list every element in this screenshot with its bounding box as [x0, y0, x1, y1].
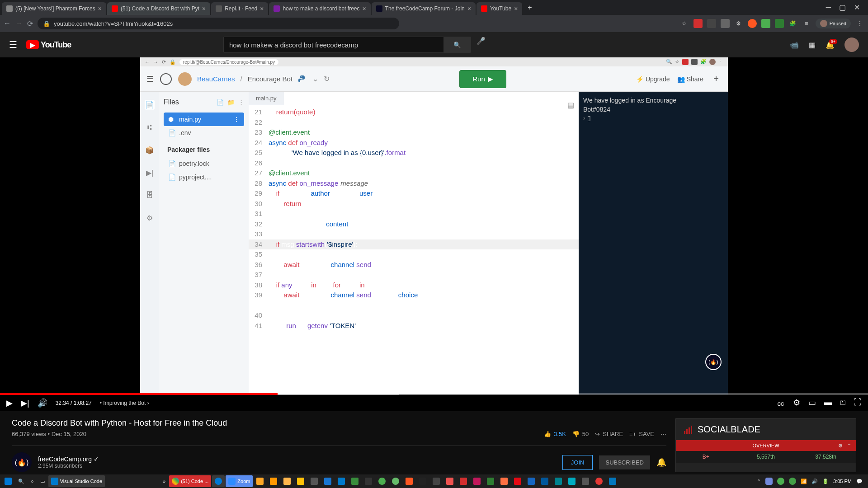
- tray-battery-icon[interactable]: 🔋: [822, 479, 829, 484]
- taskbar-app[interactable]: [416, 475, 429, 487]
- taskbar-app[interactable]: [471, 475, 483, 487]
- taskbar-app[interactable]: [294, 475, 307, 487]
- browser-tab-1[interactable]: (51) Code a Discord Bot with Pyt×: [107, 2, 210, 15]
- gear-icon[interactable]: ⚙: [838, 443, 843, 449]
- taskbar-app[interactable]: [498, 475, 510, 487]
- back-icon[interactable]: ←: [4, 19, 11, 28]
- next-icon[interactable]: ▶|: [21, 398, 29, 408]
- taskbar-app[interactable]: [484, 475, 497, 487]
- browser-tab-2[interactable]: Repl.it - Feed×: [211, 2, 268, 15]
- reading-list-icon[interactable]: ≡: [802, 19, 811, 28]
- extension-icon[interactable]: [775, 19, 784, 28]
- chevron-up-icon[interactable]: ⌃: [847, 443, 851, 449]
- like-button[interactable]: 👍 3.5K: [544, 431, 566, 437]
- extension-icon[interactable]: [761, 19, 770, 28]
- join-button[interactable]: JOIN: [562, 455, 593, 470]
- close-icon[interactable]: ×: [467, 5, 471, 12]
- hamburger-icon[interactable]: ☰: [9, 39, 17, 50]
- more-icon[interactable]: ⋯: [660, 431, 666, 437]
- tray-icon[interactable]: [777, 478, 784, 485]
- taskbar-app[interactable]: [308, 475, 321, 487]
- search-icon[interactable]: 🔍: [15, 475, 27, 487]
- close-icon[interactable]: ×: [514, 5, 518, 12]
- close-icon[interactable]: ×: [260, 5, 264, 12]
- theater-icon[interactable]: ▬: [824, 398, 832, 408]
- volume-icon[interactable]: 🔊: [38, 398, 47, 408]
- taskbar-app[interactable]: [254, 475, 266, 487]
- close-icon[interactable]: ×: [202, 5, 206, 12]
- close-window-icon[interactable]: ✕: [854, 3, 860, 12]
- more-icon[interactable]: »: [160, 475, 168, 487]
- maximize-icon[interactable]: ▢: [839, 3, 846, 12]
- share-button[interactable]: ↪ SHARE: [595, 431, 623, 437]
- settings-icon[interactable]: ⚙: [793, 398, 800, 408]
- save-button[interactable]: ≡+ SAVE: [629, 431, 654, 437]
- gear-icon[interactable]: ⚙: [734, 19, 743, 28]
- close-icon[interactable]: ×: [98, 5, 102, 12]
- fullscreen-icon[interactable]: ⛶: [854, 398, 862, 408]
- new-tab-button[interactable]: +: [523, 4, 536, 12]
- taskbar-app[interactable]: [376, 475, 388, 487]
- cortana-icon[interactable]: ○: [28, 475, 37, 487]
- taskbar-app[interactable]: [281, 475, 293, 487]
- sb-overview-tab[interactable]: OVERVIEW ⚙⌃: [676, 440, 856, 451]
- taskbar-app[interactable]: [321, 475, 334, 487]
- taskbar-app[interactable]: [606, 475, 619, 487]
- tray-volume-icon[interactable]: 🔊: [811, 479, 818, 484]
- search-button[interactable]: 🔍: [444, 37, 471, 53]
- taskbar-app[interactable]: [443, 475, 456, 487]
- forward-icon[interactable]: →: [15, 19, 23, 28]
- extension-icon[interactable]: [707, 19, 716, 28]
- taskbar-app[interactable]: [566, 475, 578, 487]
- profile-paused[interactable]: Paused: [816, 19, 851, 28]
- youtube-logo[interactable]: ▶ YouTube: [26, 40, 71, 50]
- taskbar-app[interactable]: [511, 475, 524, 487]
- taskbar-app[interactable]: [593, 475, 605, 487]
- chapter-label[interactable]: • Improving the Bot ›: [100, 400, 149, 406]
- extension-icon[interactable]: [748, 19, 757, 28]
- extension-icon[interactable]: [693, 19, 703, 28]
- taskbar-app[interactable]: [267, 475, 280, 487]
- star-icon[interactable]: ☆: [680, 19, 689, 28]
- task-view-icon[interactable]: ▭: [38, 475, 47, 487]
- taskbar-app[interactable]: [430, 475, 443, 487]
- dislike-button[interactable]: 👎 50: [572, 431, 589, 437]
- miniplayer-icon[interactable]: ▭: [808, 398, 816, 408]
- tray-network-icon[interactable]: 📶: [801, 479, 807, 484]
- search-input[interactable]: [223, 37, 444, 53]
- create-icon[interactable]: 📹: [790, 41, 799, 49]
- url-input[interactable]: 🔒 youtube.com/watch?v=SPTfmiYiuok&t=1602…: [38, 18, 399, 29]
- tray-icon[interactable]: [789, 478, 796, 485]
- apps-icon[interactable]: ▦: [809, 41, 816, 49]
- menu-icon[interactable]: ⋮: [855, 19, 864, 28]
- taskbar-app[interactable]: [538, 475, 551, 487]
- clock[interactable]: 3:05 PM: [833, 479, 852, 484]
- notifications-icon[interactable]: 💬: [856, 479, 863, 484]
- user-avatar[interactable]: [844, 38, 859, 52]
- reload-icon[interactable]: ⟳: [27, 19, 33, 28]
- close-icon[interactable]: ×: [363, 5, 366, 12]
- play-icon[interactable]: ▶: [6, 398, 13, 408]
- taskbar-app[interactable]: [335, 475, 348, 487]
- minimize-icon[interactable]: ─: [826, 3, 831, 12]
- browser-tab-3[interactable]: how to make a discord bot freec×: [269, 2, 370, 15]
- browser-tab-0[interactable]: (5) [New Years!] Phantom Forces×: [2, 2, 106, 15]
- tray-chevron-icon[interactable]: ⌃: [757, 479, 761, 484]
- taskbar-app[interactable]: [457, 475, 470, 487]
- taskbar-app[interactable]: [389, 475, 402, 487]
- mic-icon[interactable]: 🎤: [476, 37, 486, 53]
- taskbar-chrome[interactable]: (51) Code ...: [169, 475, 211, 487]
- channel-avatar[interactable]: (🔥): [12, 452, 32, 472]
- taskbar-app[interactable]: [579, 475, 592, 487]
- browser-tab-5[interactable]: YouTube×: [476, 2, 522, 15]
- taskbar-app[interactable]: [403, 475, 415, 487]
- start-button[interactable]: [2, 475, 14, 487]
- taskbar-app[interactable]: [362, 475, 375, 487]
- taskbar-vscode[interactable]: Visual Studio Code: [48, 475, 105, 487]
- video-player[interactable]: ← → ⟳ 🔒 repl.it/@BeauCarnes/Encourage-Bo…: [0, 57, 868, 411]
- cast-icon[interactable]: ⏍: [840, 398, 845, 408]
- extensions-icon[interactable]: 🧩: [788, 19, 797, 28]
- captions-icon[interactable]: ㏄: [777, 398, 785, 408]
- taskbar-app[interactable]: [349, 475, 361, 487]
- subscribed-button[interactable]: SUBSCRIBED: [599, 455, 650, 469]
